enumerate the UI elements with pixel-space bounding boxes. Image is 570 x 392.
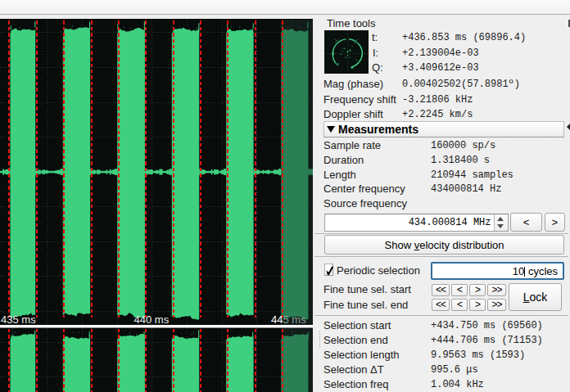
svg-text:440 ms: 440 ms	[134, 313, 170, 326]
svg-text:445 ms: 445 ms	[271, 313, 306, 326]
svg-text:435 ms: 435 ms	[1, 313, 36, 326]
